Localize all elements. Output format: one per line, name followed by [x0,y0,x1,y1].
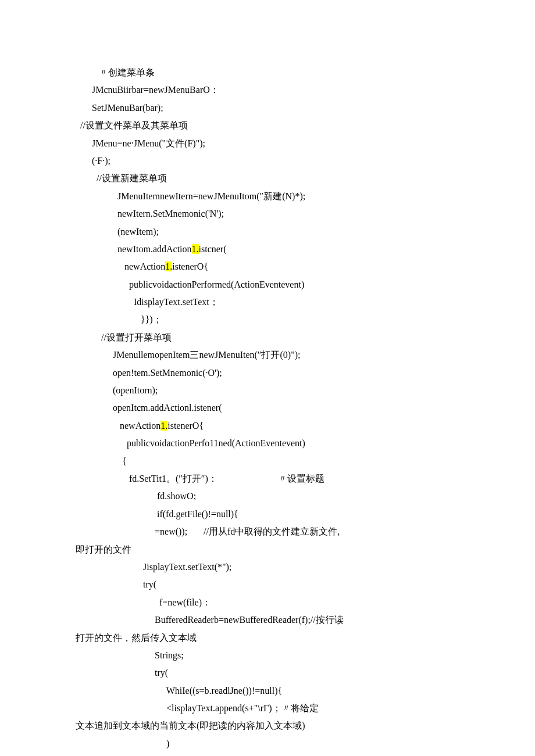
code-line: 文本追加到文本域的当前文本(即把读的内容加入文本域) [76,717,468,734]
code-line: JMenullemopenItem三newJMenuIten(″打开(0)"); [76,346,468,364]
code-line: Strings; [76,647,468,664]
code-line: //设置新建菜单项 [76,170,468,187]
code-line: WhiIe((s=b.readlJne())!=null){ [76,682,468,700]
code-line: f=new(file)： [76,594,468,611]
code-line: JMcnuBiirbar=newJMenuBarO： [76,81,468,99]
code-line: (openItorn); [76,382,468,399]
code-line: try( [76,576,468,593]
code-line: JMenu=ne·JMenu("文件(F)"); [76,135,468,152]
code-line: newItom.addAction1.istcner( [76,241,468,258]
code-line: BufferedReaderb=newBufferedReader(f);//按… [76,611,468,629]
code-line: newAction1.istenerO{ [76,258,468,275]
highlight: 1. [160,421,167,431]
code-line: { [76,453,468,470]
code-line: //设置打开菜单项 [76,329,468,346]
code-line: fd.showO; [76,488,468,505]
code-line: (newItem); [76,223,468,241]
code-line: }})； [76,311,468,328]
code-line: if(fd.getFile()!=null){ [76,506,468,523]
code-line: newItern.SetMnemonic('N'); [76,205,468,223]
document-page: 〃创建菜单条 JMcnuBiirbar=newJMenuBarO： SetJMe… [0,0,535,756]
code-line: publicvoidactionPerfo11ned(ActionEventev… [76,435,468,452]
code-line: <lisplayText.append(s+"\rΓ)；〃将给定 [76,700,468,717]
code-line: open!tem.SetMnemonic(·O'); [76,364,468,382]
highlight: 1. [192,244,199,254]
code-line: try( [76,664,468,682]
code-line: newAction1.istenerO{ [76,417,468,435]
highlight: 1. [165,261,172,271]
code-line: 即打开的文件 [76,541,468,558]
code-line: JMenuItemnewItern=newJMenuItom(″新建(N)*); [76,188,468,205]
code-line: =new()); //用从fd中取得的文件建立新文件, [76,523,468,540]
code-line: SetJMenuBar(bar); [76,99,468,117]
code-line: JisplayText.setText(*"); [76,558,468,576]
code-line: //设置文件菜单及其菜单项 [76,117,468,134]
code-line: IdisplayText.setText； [76,293,468,311]
code-line: ) [76,735,468,753]
code-line: fd.SetTit1。(″打开″)： 〃设置标题 [76,470,468,488]
code-line: 〃创建菜单条 [76,64,468,81]
code-line: 打开的文件，然后传入文本域 [76,629,468,647]
code-line: publicvoidactionPerformed(ActionEventeve… [76,276,468,293]
code-line: (·F·); [76,152,468,170]
code-line: openItcm.addActionl.istener( [76,399,468,417]
